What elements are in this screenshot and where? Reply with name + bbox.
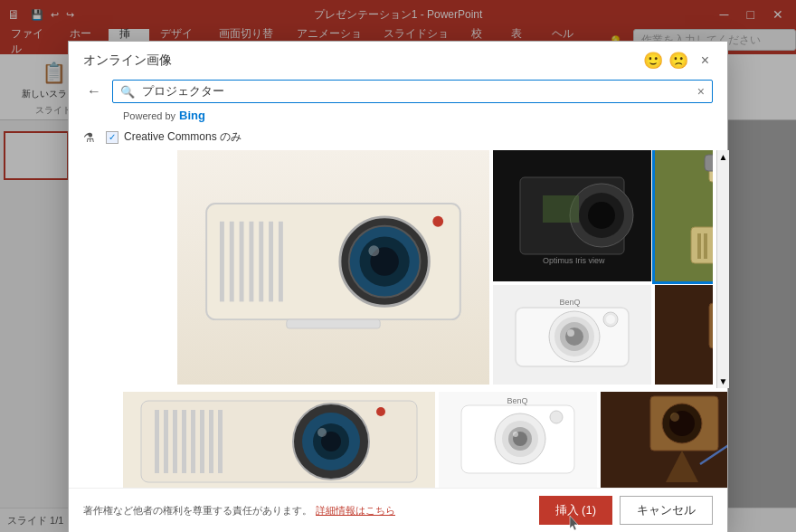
svg-text:Optimus Iris view: Optimus Iris view xyxy=(543,256,605,265)
bing-logo: Bing xyxy=(179,109,205,122)
filter-icon: ⚗ xyxy=(83,130,95,145)
svg-rect-51 xyxy=(155,410,159,473)
svg-point-73 xyxy=(550,411,563,423)
svg-point-41 xyxy=(606,315,615,324)
svg-point-13 xyxy=(432,216,443,227)
dialog-buttons: 挿入 (1) キャンセル xyxy=(539,496,714,525)
image-cell-4-display[interactable] xyxy=(123,392,435,488)
scroll-up-button[interactable]: ▲ xyxy=(719,152,728,162)
image-cell-2[interactable]: Optimus Iris view xyxy=(493,150,651,281)
scrollbar[interactable]: ▲ ▼ xyxy=(716,150,729,388)
search-row: ← 🔍 × xyxy=(69,76,727,107)
image-cell-5-display[interactable]: BenQ xyxy=(439,392,597,488)
svg-rect-52 xyxy=(164,410,168,473)
cc-label: Creative Commons のみ xyxy=(124,129,242,145)
image-row-2: BenQ xyxy=(69,388,727,488)
svg-rect-6 xyxy=(269,222,273,302)
dialog-emoji-area: 🙂 🙁 xyxy=(643,51,688,71)
svg-text:BenQ: BenQ xyxy=(507,396,527,405)
scroll-down-button[interactable]: ▼ xyxy=(719,376,728,386)
svg-rect-31 xyxy=(704,233,707,259)
image-cell-3[interactable]: ✓ xyxy=(655,150,713,281)
svg-text:BenQ: BenQ xyxy=(559,298,580,307)
image-grid-wrapper: Optimus Iris view ✓ xyxy=(69,150,727,388)
svg-rect-5 xyxy=(259,222,263,302)
insert-button[interactable]: 挿入 (1) xyxy=(539,496,613,525)
creative-commons-filter[interactable]: ✓ Creative Commons のみ xyxy=(106,129,242,145)
online-image-dialog: オンライン画像 🙂 🙁 × ← 🔍 × Powered by Bing xyxy=(68,41,728,532)
image-cell-6-display[interactable] xyxy=(601,392,727,488)
dialog-footer: 著作権など他者の権利を尊重する責任があります。 詳細情報はこちら 挿入 (1) … xyxy=(69,488,727,532)
svg-rect-14 xyxy=(287,319,380,328)
svg-point-79 xyxy=(670,413,679,422)
powered-by-row: Powered by Bing xyxy=(69,107,727,126)
dialog-title: オンライン画像 xyxy=(83,52,172,69)
copyright-notice: 著作権など他者の権利を尊重する責任があります。 xyxy=(83,504,312,518)
back-button[interactable]: ← xyxy=(83,83,105,100)
svg-rect-3 xyxy=(240,222,244,302)
svg-rect-54 xyxy=(182,410,186,473)
svg-rect-42 xyxy=(655,285,713,385)
image-grid: Optimus Iris view ✓ xyxy=(123,150,713,388)
filter-row: ⚗ ✓ Creative Commons のみ xyxy=(69,126,727,150)
svg-rect-26 xyxy=(705,155,713,171)
image-cell-5[interactable]: BenQ xyxy=(493,285,651,385)
svg-rect-56 xyxy=(200,410,204,473)
dialog-header: オンライン画像 🙂 🙁 × xyxy=(69,42,727,76)
search-box: 🔍 × xyxy=(112,80,713,103)
svg-rect-23 xyxy=(691,227,713,263)
svg-point-12 xyxy=(368,245,379,256)
svg-rect-55 xyxy=(191,410,195,473)
svg-point-39 xyxy=(567,329,574,337)
cc-checkbox-check: ✓ xyxy=(106,131,118,144)
svg-rect-7 xyxy=(279,222,283,302)
svg-rect-30 xyxy=(697,233,701,259)
powered-by-text: Powered by xyxy=(123,110,175,121)
svg-rect-1 xyxy=(220,222,224,302)
svg-rect-2 xyxy=(230,222,234,302)
image-cell-6[interactable] xyxy=(655,285,713,385)
svg-rect-4 xyxy=(249,222,253,302)
svg-point-63 xyxy=(317,428,327,437)
svg-rect-43 xyxy=(709,303,713,348)
svg-point-19 xyxy=(588,202,615,229)
smile-icon: 🙂 xyxy=(643,51,663,71)
search-clear-button[interactable]: × xyxy=(697,84,705,99)
svg-point-64 xyxy=(376,407,385,416)
svg-point-72 xyxy=(513,432,518,437)
svg-rect-58 xyxy=(218,410,223,473)
search-input[interactable] xyxy=(142,85,690,99)
search-icon: 🔍 xyxy=(120,85,135,99)
detail-link[interactable]: 詳細情報はこちら xyxy=(316,504,395,518)
cursor-icon xyxy=(568,514,583,532)
dialog-overlay: オンライン画像 🙂 🙁 × ← 🔍 × Powered by Bing xyxy=(0,0,796,532)
dialog-close-button[interactable]: × xyxy=(697,52,713,69)
frown-icon: 🙁 xyxy=(668,51,688,71)
svg-point-38 xyxy=(565,328,583,346)
svg-rect-57 xyxy=(209,410,213,473)
image-cell-1[interactable] xyxy=(177,150,489,385)
cancel-button[interactable]: キャンセル xyxy=(620,496,713,525)
svg-rect-53 xyxy=(173,410,177,473)
svg-rect-20 xyxy=(543,195,579,223)
